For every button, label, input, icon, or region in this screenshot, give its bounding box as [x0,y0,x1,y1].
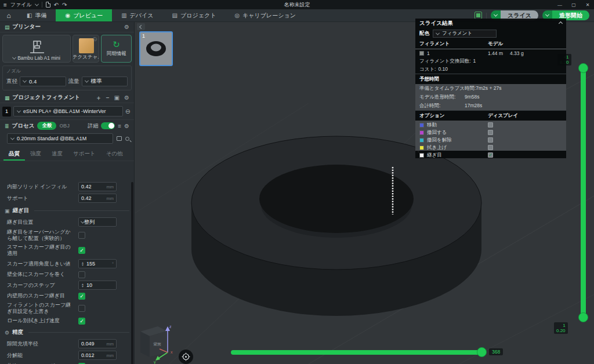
model-ring[interactable] [191,136,481,316]
time-row: モデル造形時間:9m58s [415,93,566,101]
collapse-panel-icon[interactable] [559,21,563,26]
spin-down-icon[interactable]: ▼ [81,285,84,287]
window-title: 名称未設定 [0,1,594,9]
scope-global-pill[interactable]: 全般 [37,122,56,130]
layer-slider-bottom-handle[interactable] [578,312,588,322]
param-row: 分解能0.012mm [0,350,134,361]
viewport-action-button[interactable] [179,350,193,364]
new-file-icon[interactable] [46,2,50,8]
nozzle-diameter-select[interactable]: 0.4 [20,77,66,86]
info-icon[interactable]: ⓘ [93,37,97,42]
param-value: 155 [86,261,95,267]
move-slider[interactable] [231,350,483,355]
toolbar-tab-キャリブレーション[interactable]: ◎キャリブレーション [225,9,305,21]
column-filament: フィラメント [419,41,488,48]
move-slider-handle[interactable] [477,347,487,357]
param-value: 0.42 [81,195,92,201]
flow-select[interactable]: 標準 [82,77,128,86]
param-spinner[interactable]: ▲▼155° [78,259,117,268]
param-spinner[interactable]: ▲▼10 [78,281,117,290]
printer-select-chevron-icon[interactable] [12,55,16,59]
param-label: 内部ソリッド インフィル [7,184,78,190]
color-scheme-select[interactable]: フィラメント [433,30,497,38]
plate-type-label[interactable]: テクスチャ... [73,54,99,61]
param-input[interactable]: 0.049mm [78,339,117,348]
settings-tab-サポート[interactable]: サポート [68,148,101,161]
param-checkbox[interactable]: ✓ [78,247,85,254]
layer-slider-top-handle[interactable] [578,63,588,73]
orientation-cube[interactable]: 背面 [140,326,167,357]
param-input[interactable]: 0.42mm [78,194,117,203]
param-row: スカーフのステップ▲▼10 [0,279,134,291]
plate-type-card[interactable]: ⓘ テクスチャ... [73,35,99,63]
add-filament-button[interactable]: ＋ [96,94,102,102]
plate-thumbnail[interactable]: 1 [139,31,173,66]
param-control: 0.42mm [78,182,117,191]
display-checkbox[interactable] [488,137,493,143]
layer-slider-bottom-label: 10.20 [554,322,568,334]
process-tools-icon[interactable]: ⚙ [124,123,129,129]
display-checkbox[interactable]: ✓ [488,152,493,158]
toolbar-tab-デバイス[interactable]: ▥デバイス [112,9,162,21]
filament-settings-gear-icon[interactable]: ⚙ [124,94,129,101]
param-checkbox[interactable]: ✓ [78,318,85,325]
toolbar-tab-準備[interactable]: ◧準備 [17,9,56,21]
printer-settings-gear-icon[interactable]: ⚙ [124,24,129,30]
display-checkbox[interactable] [488,122,493,128]
close-button[interactable]: ✕ [581,0,594,9]
filament-list-icon[interactable]: ▣ [114,94,119,101]
scope-objects-label[interactable]: OBJ [59,123,69,129]
file-menu[interactable]: ファイル [10,1,32,9]
info-label: フィラメント交換回数: [419,58,471,65]
param-label: スカーフ適用角度しきい値 [7,261,78,267]
undo-icon[interactable]: ↶ [54,2,59,8]
param-checkbox[interactable]: ✓ [78,293,85,300]
save-preset-icon[interactable] [117,136,122,141]
toolbar-tab-プレビュー[interactable]: ◉プレビュー [56,9,112,21]
toolbar-tab-プロジェクト[interactable]: ▤プロジェクト [163,9,226,21]
advanced-toggle[interactable] [101,122,115,129]
settings-tab-速度[interactable]: 速度 [46,148,68,161]
sync-info-button[interactable]: ↻ 同期情報 [101,35,132,63]
param-row: サポート0.42mm [0,192,134,204]
param-checkbox[interactable] [78,232,85,239]
display-checkbox[interactable] [488,145,493,150]
printer-name[interactable]: Bambu Lab A1 mini [17,55,60,61]
minimize-button[interactable]: — [553,0,566,9]
settings-tab-品質[interactable]: 品質 [3,148,25,161]
redo-icon[interactable]: ↷ [62,2,67,8]
param-control: 0.049mm [78,339,117,348]
spin-down-icon[interactable]: ▼ [81,264,84,266]
printer-card[interactable]: Bambu Lab A1 mini [2,35,71,63]
home-button[interactable]: ⌂ [0,9,17,21]
sidebar-scrollbar[interactable] [131,182,133,364]
param-row: スカーフ適用角度しきい値▲▼155° [0,258,134,270]
options-title: オプション [419,112,488,119]
spinner-arrows-icon[interactable]: ▲▼ [81,261,84,266]
remove-filament-button[interactable]: − [106,94,110,101]
chevron-down-icon[interactable] [35,2,39,6]
filament-preset-select[interactable]: eSUN PLA+ @BBL A1M -WinterVer [13,106,123,117]
option-row-拭き上げ: 拭き上げ [415,143,566,151]
section-divider [28,332,129,333]
settings-tab-強度[interactable]: 強度 [25,148,46,161]
settings-tab-その他[interactable]: その他 [101,148,128,161]
param-checkbox[interactable] [78,271,85,278]
layer-slider[interactable] [581,68,586,317]
collapse-sidebar-button[interactable] [137,23,145,30]
option-row-撤回する: 撤回する [415,128,566,136]
time-label: 合計時間: [419,103,465,110]
process-preset-select[interactable]: 0.20mm Standard @BBL A1M [7,133,113,144]
param-input[interactable]: 0.012mm [78,351,117,360]
search-icon[interactable] [125,137,129,141]
param-checkbox[interactable] [78,305,85,312]
maximize-button[interactable]: ▢ [567,0,580,9]
param-input[interactable]: 0.42mm [78,182,117,191]
remove-filament-circle-icon[interactable]: ⊖ [125,108,131,115]
display-checkbox[interactable] [488,130,493,135]
param-select[interactable]: 整列 [78,217,117,227]
param-unit: mm [107,196,114,201]
spinner-arrows-icon[interactable]: ▲▼ [81,283,84,287]
tab-icon: ◉ [65,12,70,19]
parameter-list-icon[interactable]: ≡ [118,123,121,129]
